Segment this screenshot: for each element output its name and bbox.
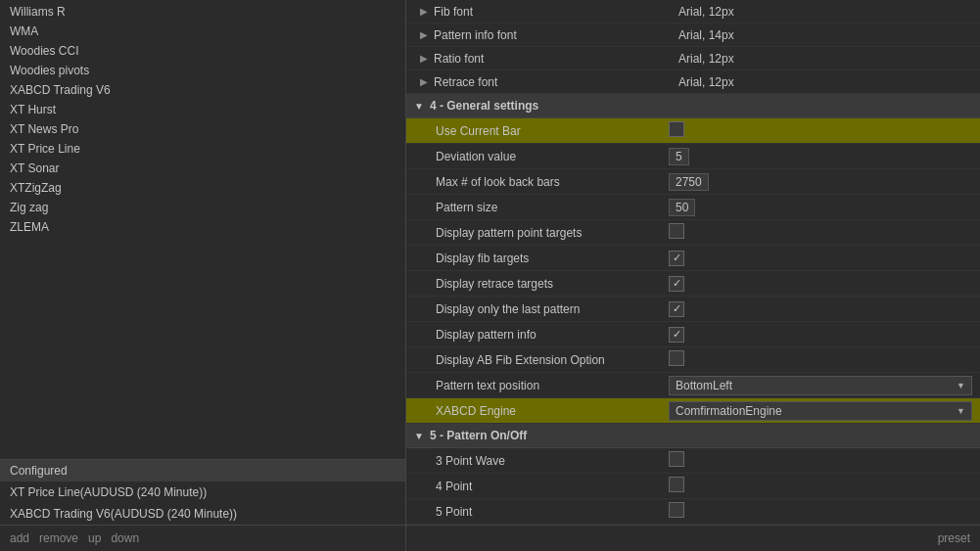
configured-header: Configured <box>0 460 405 482</box>
font-row: ▶ Retrace font Arial, 12px <box>406 70 980 94</box>
preset-button[interactable]: preset <box>938 531 970 545</box>
sidebar-item[interactable]: XT Price Line <box>0 139 405 159</box>
sidebar-item[interactable]: Zig zag <box>0 198 405 217</box>
label-five_point: 5 Point <box>406 501 661 523</box>
label-three_point_wave: 3 Point Wave <box>406 450 661 472</box>
main-container: Williams RWMAWoodies CCIWoodies pivotsXA… <box>0 0 980 551</box>
setting-row-pattern_text_pos: Pattern text positionBottomLeft▼ <box>406 373 980 398</box>
font-value: Arial, 12px <box>678 75 734 89</box>
setting-row-display_last: Display only the last pattern <box>406 297 980 322</box>
dropdown-value: ComfirmationEngine <box>676 404 782 418</box>
chevron-down-icon: ▼ <box>957 406 965 416</box>
sections: ▼ 4 - General settings Use Current BarDe… <box>406 94 980 525</box>
sidebar-item[interactable]: XT Sonar <box>0 159 405 178</box>
configured-item[interactable]: XT Price Line(AUDUSD (240 Minute)) <box>0 482 405 503</box>
section-header-pattern_onoff[interactable]: ▼ 5 - Pattern On/Off <box>406 424 980 448</box>
value-use_current_bar[interactable] <box>661 119 980 142</box>
value-display_retrace[interactable] <box>661 274 980 294</box>
sidebar-item[interactable]: XTZigZag <box>0 178 405 198</box>
checkbox-use_current_bar[interactable] <box>669 121 684 137</box>
label-display_retrace: Display retrace targets <box>406 273 661 295</box>
font-row: ▶ Ratio font Arial, 12px <box>406 47 980 70</box>
label-display_ab_fib: Display AB Fib Extension Option <box>406 349 661 371</box>
value-display_point_targets[interactable] <box>661 221 980 244</box>
label-display_fib: Display fib targets <box>406 248 661 269</box>
label-display_point_targets: Display pattern point targets <box>406 222 661 244</box>
expand-arrow[interactable]: ▶ <box>420 53 428 64</box>
sidebar-item[interactable]: ZLEMA <box>0 217 405 237</box>
dropdown-pattern_text_pos[interactable]: BottomLeft▼ <box>669 376 972 395</box>
setting-row-display_ab_fib: Display AB Fib Extension Option <box>406 347 980 373</box>
font-value: Arial, 14px <box>678 28 734 42</box>
setting-row-display_point_targets: Display pattern point targets <box>406 220 980 246</box>
label-display_info: Display pattern info <box>406 324 661 345</box>
right-footer: preset <box>406 525 980 551</box>
value-pattern_size[interactable]: 50 <box>661 199 980 216</box>
checkbox-four_point[interactable] <box>669 477 684 492</box>
sidebar-item[interactable]: WMA <box>0 22 405 41</box>
value-display_last[interactable] <box>661 299 980 319</box>
checkbox-display_last[interactable] <box>669 301 684 317</box>
sidebar-item[interactable]: XABCD Trading V6 <box>0 80 405 100</box>
font-row: ▶ Pattern info font Arial, 14px <box>406 23 980 47</box>
value-three_point_wave[interactable] <box>661 449 980 472</box>
value-five_point[interactable] <box>661 500 980 523</box>
sidebar-item[interactable]: XT Hurst <box>0 100 405 119</box>
font-row: ▶ Fib font Arial, 12px <box>406 0 980 23</box>
checkbox-display_fib[interactable] <box>669 251 684 266</box>
setting-row-four_point: 4 Point <box>406 474 980 499</box>
expand-arrow[interactable]: ▶ <box>420 6 428 17</box>
sidebar-item[interactable]: Woodies pivots <box>0 61 405 80</box>
input-max_lookback[interactable]: 2750 <box>669 173 709 191</box>
label-pattern_size: Pattern size <box>406 197 661 218</box>
font-rows: ▶ Fib font Arial, 12px ▶ Pattern info fo… <box>406 0 980 94</box>
checkbox-three_point_wave[interactable] <box>669 451 684 467</box>
checkbox-five_point[interactable] <box>669 502 684 518</box>
expand-arrow[interactable]: ▶ <box>420 76 428 87</box>
dropdown-value: BottomLeft <box>676 379 732 392</box>
setting-row-three_point_wave: 3 Point Wave <box>406 448 980 474</box>
setting-row-use_current_bar: Use Current Bar <box>406 118 980 144</box>
sidebar-item[interactable]: Williams R <box>0 2 405 22</box>
label-pattern_text_pos: Pattern text position <box>406 375 661 396</box>
sidebar-item[interactable]: XT News Pro <box>0 119 405 139</box>
left-footer: add remove up down <box>0 525 405 551</box>
expand-arrow[interactable]: ▶ <box>420 29 428 40</box>
value-xabcd_engine[interactable]: ComfirmationEngine▼ <box>661 399 980 423</box>
setting-row-display_fib: Display fib targets <box>406 246 980 271</box>
value-display_ab_fib[interactable] <box>661 348 980 371</box>
up-button[interactable]: up <box>88 531 101 545</box>
label-deviation_value: Deviation value <box>406 146 661 167</box>
configured-items: XT Price Line(AUDUSD (240 Minute))XABCD … <box>0 482 405 525</box>
configured-item[interactable]: XABCD Trading V6(AUDUSD (240 Minute)) <box>0 503 405 525</box>
section-title: 4 - General settings <box>430 99 538 113</box>
checkbox-display_ab_fib[interactable] <box>669 350 684 366</box>
label-max_lookback: Max # of look back bars <box>406 171 661 193</box>
setting-row-xabcd_engine: XABCD EngineComfirmationEngine▼ <box>406 398 980 424</box>
section-title: 5 - Pattern On/Off <box>430 429 527 442</box>
input-deviation_value[interactable]: 5 <box>669 148 689 165</box>
dropdown-xabcd_engine[interactable]: ComfirmationEngine▼ <box>669 401 972 421</box>
value-four_point[interactable] <box>661 475 980 497</box>
value-max_lookback[interactable]: 2750 <box>661 173 980 191</box>
section-header-general[interactable]: ▼ 4 - General settings <box>406 94 980 118</box>
remove-button[interactable]: remove <box>39 531 78 545</box>
value-display_info[interactable] <box>661 325 980 344</box>
checkbox-display_point_targets[interactable] <box>669 223 684 239</box>
down-button[interactable]: down <box>111 531 139 545</box>
value-display_fib[interactable] <box>661 249 980 268</box>
label-four_point: 4 Point <box>406 476 661 497</box>
checkbox-display_info[interactable] <box>669 327 684 343</box>
input-pattern_size[interactable]: 50 <box>669 199 695 216</box>
setting-row-pattern_size: Pattern size50 <box>406 195 980 220</box>
add-button[interactable]: add <box>10 531 29 545</box>
sidebar-item[interactable]: Woodies CCI <box>0 41 405 61</box>
font-label: Retrace font <box>434 75 678 89</box>
setting-row-five_point: 5 Point <box>406 499 980 525</box>
font-value: Arial, 12px <box>678 52 734 66</box>
value-pattern_text_pos[interactable]: BottomLeft▼ <box>661 374 980 397</box>
checkbox-display_retrace[interactable] <box>669 276 684 292</box>
value-deviation_value[interactable]: 5 <box>661 148 980 165</box>
chevron-down-icon: ▼ <box>957 381 965 390</box>
left-panel: Williams RWMAWoodies CCIWoodies pivotsXA… <box>0 0 406 551</box>
